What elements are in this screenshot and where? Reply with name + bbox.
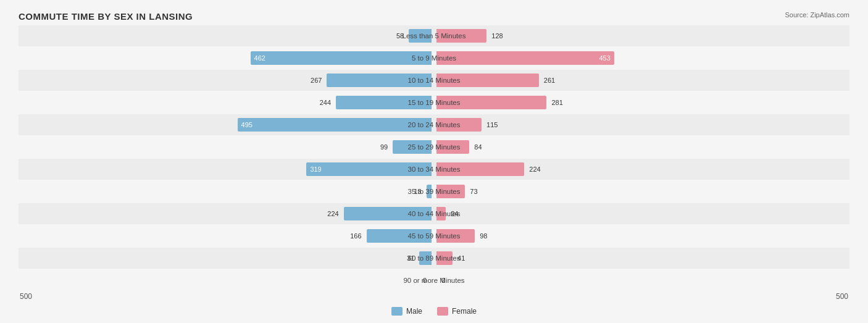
bar-female: 73 xyxy=(436,185,465,198)
chart-row: 99 25 to 29 Minutes 84 xyxy=(19,136,849,157)
bar-male: 319 xyxy=(306,162,432,176)
chart-row: 58 Less than 5 Minutes 128 xyxy=(19,25,849,46)
legend-male-swatch xyxy=(391,307,403,316)
bar-male: 495 xyxy=(238,118,432,132)
left-section: 244 xyxy=(19,92,434,113)
female-value: 98 xyxy=(480,232,487,240)
right-section: 73 xyxy=(434,181,849,202)
left-section: 267 xyxy=(19,70,434,91)
bar-female: 115 xyxy=(436,118,482,132)
bar-female: 281 xyxy=(436,96,546,109)
male-value-inside: 495 xyxy=(241,121,252,128)
male-value: 58 xyxy=(396,32,404,40)
chart-row: 31 60 to 89 Minutes 41 xyxy=(19,248,849,269)
bar-female: 41 xyxy=(436,251,453,265)
left-section: 495 xyxy=(19,114,434,135)
female-value: 24 xyxy=(451,210,458,217)
right-section: 41 xyxy=(434,248,849,269)
bar-male: 224 xyxy=(344,207,432,220)
female-value: 281 xyxy=(551,99,562,106)
bar-female: 84 xyxy=(436,140,469,154)
chart-row: 13 35 to 39 Minutes 73 xyxy=(19,181,849,202)
axis-right: 500 xyxy=(836,292,848,301)
bars-area: 58 Less than 5 Minutes 128 462 5 to 9 Mi… xyxy=(19,25,849,291)
right-section: 115 xyxy=(434,114,849,135)
legend-area: Male Female xyxy=(19,307,849,316)
left-section: 31 xyxy=(19,248,434,269)
left-section: 99 xyxy=(19,136,434,157)
male-value: 244 xyxy=(320,99,331,106)
right-section: 0 xyxy=(434,270,849,291)
right-section: 128 xyxy=(434,25,849,46)
legend-female-swatch xyxy=(437,307,448,316)
male-value: 99 xyxy=(380,143,388,151)
bar-male: 462 xyxy=(251,51,432,65)
female-value: 73 xyxy=(470,188,477,195)
female-value: 128 xyxy=(491,32,503,40)
left-section: 58 xyxy=(19,25,434,46)
male-value: 0 xyxy=(423,277,427,284)
chart-title: COMMUTE TIME BY SEX IN LANSING xyxy=(19,11,849,22)
chart-row: 462 5 to 9 Minutes 453 xyxy=(19,48,849,69)
female-value: 0 xyxy=(441,277,445,284)
source-text: Source: ZipAtlas.com xyxy=(785,11,849,19)
legend-female-label: Female xyxy=(452,307,477,316)
bar-female: 261 xyxy=(436,73,539,87)
right-section: 281 xyxy=(434,92,849,113)
male-value: 267 xyxy=(311,77,322,84)
female-value: 41 xyxy=(457,254,465,262)
left-section: 0 xyxy=(19,270,434,291)
bar-male: 244 xyxy=(336,96,432,109)
female-value: 224 xyxy=(529,166,540,173)
left-section: 224 xyxy=(19,203,434,224)
chart-row: 166 45 to 59 Minutes 98 xyxy=(19,225,849,246)
axis-left: 500 xyxy=(20,292,32,301)
right-section: 24 xyxy=(434,203,849,224)
chart-container: COMMUTE TIME BY SEX IN LANSING Source: Z… xyxy=(0,0,868,323)
bar-male: 58 xyxy=(409,29,432,43)
male-value-inside: 319 xyxy=(310,166,321,173)
left-section: 13 xyxy=(19,181,434,202)
male-value-inside: 462 xyxy=(254,54,265,62)
legend-male: Male xyxy=(391,307,422,316)
female-value: 84 xyxy=(474,143,482,151)
bar-female: 224 xyxy=(436,162,524,176)
left-section: 319 xyxy=(19,159,434,180)
male-value: 31 xyxy=(407,254,414,262)
female-value-inside: 453 xyxy=(599,54,610,62)
bar-female: 453 xyxy=(436,51,614,65)
legend-female: Female xyxy=(437,307,477,316)
bar-male: 166 xyxy=(367,229,432,243)
chart-row: 495 20 to 24 Minutes 115 xyxy=(19,114,849,135)
bar-male: 31 xyxy=(419,251,432,265)
bar-male: 99 xyxy=(393,140,432,154)
right-section: 261 xyxy=(434,70,849,91)
male-value: 166 xyxy=(350,232,361,240)
bar-female: 128 xyxy=(436,29,486,43)
bar-male: 267 xyxy=(327,73,432,87)
right-section: 224 xyxy=(434,159,849,180)
bar-female: 24 xyxy=(436,207,446,220)
chart-row: 0 90 or more Minutes 0 xyxy=(19,270,849,291)
bar-female: 98 xyxy=(436,229,475,243)
left-section: 166 xyxy=(19,225,434,246)
right-section: 453 xyxy=(434,48,849,69)
right-section: 98 xyxy=(434,225,849,246)
female-value: 261 xyxy=(544,77,555,84)
female-value: 115 xyxy=(486,121,498,128)
chart-row: 244 15 to 19 Minutes 281 xyxy=(19,92,849,113)
right-section: 84 xyxy=(434,136,849,157)
chart-row: 319 30 to 34 Minutes 224 xyxy=(19,159,849,180)
axis-labels: 500 500 xyxy=(19,292,849,301)
male-value: 224 xyxy=(327,210,338,217)
chart-row: 224 40 to 44 Minutes 24 xyxy=(19,203,849,224)
male-value: 13 xyxy=(414,188,422,195)
bar-male: 13 xyxy=(427,185,432,198)
legend-male-label: Male xyxy=(406,307,422,316)
chart-row: 267 10 to 14 Minutes 261 xyxy=(19,70,849,91)
left-section: 462 xyxy=(19,48,434,69)
